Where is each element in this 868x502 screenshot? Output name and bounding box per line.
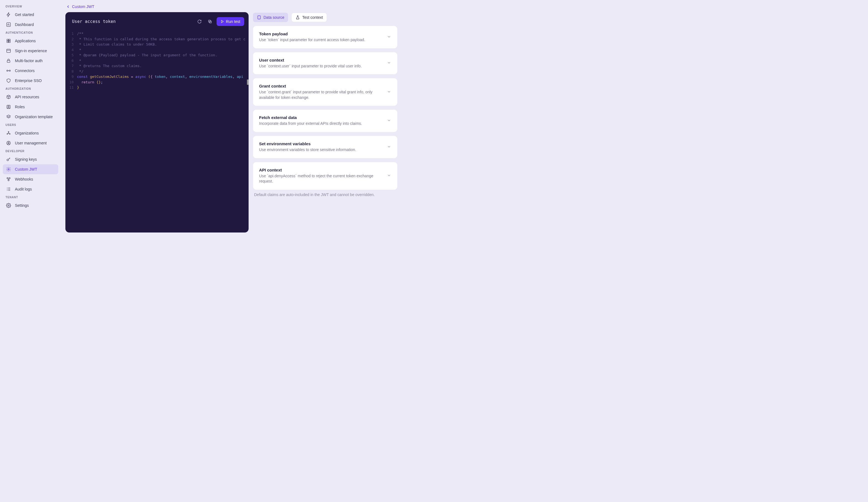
card-title: Set environment variables	[259, 141, 356, 146]
code-editor[interactable]: 1234567891011 /** * This function is cal…	[65, 30, 249, 232]
document-icon	[257, 15, 261, 20]
sidebar-item-label: Enterprise SSO	[15, 78, 42, 83]
chart-icon	[6, 22, 11, 27]
shield-icon	[6, 78, 11, 83]
chevron-down-icon	[387, 34, 391, 40]
chevron-down-icon	[387, 60, 391, 66]
card-token-payload[interactable]: Token payloadUse `token` input parameter…	[253, 26, 397, 48]
code-lines: /** * This function is called during the…	[77, 31, 249, 231]
sidebar-item-label: Webhooks	[15, 177, 33, 181]
chevron-down-icon	[387, 118, 391, 123]
sidebar-item-settings[interactable]: Settings	[3, 200, 58, 210]
svg-rect-5	[7, 49, 10, 52]
code-line: *	[77, 58, 245, 63]
sidebar-item-webhooks[interactable]: Webhooks	[3, 174, 58, 184]
sidebar-item-label: Multi-factor auth	[15, 59, 42, 63]
card-desc: Use `context.user` input parameter to pr…	[259, 63, 362, 69]
user-icon	[6, 104, 11, 109]
card-desc: Use environment variables to store sensi…	[259, 147, 356, 153]
sidebar-item-label: Organization template	[15, 114, 53, 119]
breadcrumb[interactable]: Custom JWT	[65, 3, 397, 12]
sidebar-item-label: Applications	[15, 39, 36, 43]
sidebar-item-label: Organizations	[15, 131, 39, 135]
copy-button[interactable]	[206, 18, 214, 26]
section-label: OVERVIEW	[3, 3, 58, 10]
code-line: const getCustomJwtClaims = async ({ toke…	[77, 74, 245, 80]
sidebar-item-label: Settings	[15, 203, 29, 208]
sidebar-item-applications[interactable]: Applications	[3, 36, 58, 46]
sidebar-item-connectors[interactable]: Connectors	[3, 66, 58, 76]
copy-icon	[208, 19, 212, 24]
play-icon	[220, 20, 224, 23]
sidebar-item-label: Roles	[15, 105, 25, 109]
code-line: * @returns The custom claims.	[77, 63, 245, 69]
code-line: * This function is called during the acc…	[77, 37, 245, 42]
sidebar-item-roles[interactable]: Roles	[3, 102, 58, 112]
card-title: Token payload	[259, 31, 365, 36]
key-icon	[6, 157, 11, 162]
sidebar-item-user-management[interactable]: User management	[3, 138, 58, 148]
lock-icon	[6, 58, 11, 63]
section-label: AUTHORIZATION	[3, 86, 58, 92]
cubes-icon	[6, 94, 11, 99]
svg-rect-4	[9, 41, 10, 42]
bolt-icon	[6, 12, 11, 17]
sidebar-item-sign-in-experience[interactable]: Sign-in experience	[3, 46, 58, 56]
sidebar-item-dashboard[interactable]: Dashboard	[3, 20, 58, 30]
section-label: AUTHENTICATION	[3, 30, 58, 36]
card-desc: Use `api.denyAccess` method to reject th…	[259, 173, 382, 184]
sidebar-item-label: Signing keys	[15, 157, 37, 162]
svg-rect-1	[7, 39, 8, 41]
svg-rect-2	[9, 39, 10, 41]
sidebar-item-label: Audit logs	[15, 187, 32, 191]
sidebar-item-label: Sign-in experience	[15, 49, 47, 53]
list-icon	[6, 187, 11, 192]
sidebar-item-label: User management	[15, 141, 46, 145]
svg-point-21	[8, 205, 9, 206]
card-fetch-external-data[interactable]: Fetch external dataIncorporate data from…	[253, 110, 397, 132]
card-title: Fetch external data	[259, 115, 362, 120]
chevron-down-icon	[387, 89, 391, 95]
card-api-context[interactable]: API contextUse `api.denyAccess` method t…	[253, 162, 397, 190]
chevron-left-icon	[66, 4, 70, 9]
svg-point-11	[8, 131, 9, 132]
hook-icon	[6, 177, 11, 182]
refresh-button[interactable]	[196, 18, 203, 26]
svg-point-8	[9, 70, 10, 71]
svg-point-17	[8, 169, 9, 170]
sidebar-item-label: Dashboard	[15, 22, 34, 27]
card-user-context[interactable]: User contextUse `context.user` input par…	[253, 52, 397, 74]
card-set-environment-variables[interactable]: Set environment variablesUse environment…	[253, 136, 397, 158]
section-label: USERS	[3, 122, 58, 128]
run-test-button[interactable]: Run test	[217, 17, 244, 26]
code-line: /**	[77, 31, 245, 37]
tab-test-context-label: Test context	[302, 15, 323, 20]
sidebar-item-enterprise-sso[interactable]: Enterprise SSO	[3, 76, 58, 86]
sidebar-item-organizations[interactable]: Organizations	[3, 128, 58, 138]
plug-icon	[6, 68, 11, 73]
chevron-down-icon	[387, 173, 391, 178]
refresh-icon	[197, 19, 202, 24]
tab-test-context[interactable]: Test context	[291, 13, 327, 22]
svg-rect-25	[258, 16, 260, 19]
sidebar-item-audit-logs[interactable]: Audit logs	[3, 184, 58, 194]
card-grant-context[interactable]: Grant contextUse `context.grant` input p…	[253, 78, 397, 106]
code-line: * Limit custom claims to under 50KB.	[77, 42, 245, 47]
window-icon	[6, 48, 11, 53]
sidebar-item-multi-factor-auth[interactable]: Multi-factor auth	[3, 56, 58, 66]
flask-icon	[296, 15, 300, 20]
sidebar-item-organization-template[interactable]: Organization template	[3, 112, 58, 122]
sidebar-item-api-resources[interactable]: API resources	[3, 92, 58, 102]
svg-point-20	[8, 180, 9, 181]
settings-icon	[6, 203, 11, 208]
svg-rect-6	[7, 60, 10, 62]
code-line: return {};	[77, 80, 245, 85]
card-title: API context	[259, 168, 382, 172]
line-gutter: 1234567891011	[65, 31, 77, 231]
sidebar-item-custom-jwt[interactable]: Custom JWT	[3, 164, 58, 174]
code-line: * @param {Payload} payload - The input a…	[77, 52, 245, 58]
grid-icon	[6, 38, 11, 43]
tab-data-source[interactable]: Data source	[253, 13, 288, 22]
sidebar-item-signing-keys[interactable]: Signing keys	[3, 154, 58, 164]
sidebar-item-get-started[interactable]: Get started	[3, 10, 58, 20]
